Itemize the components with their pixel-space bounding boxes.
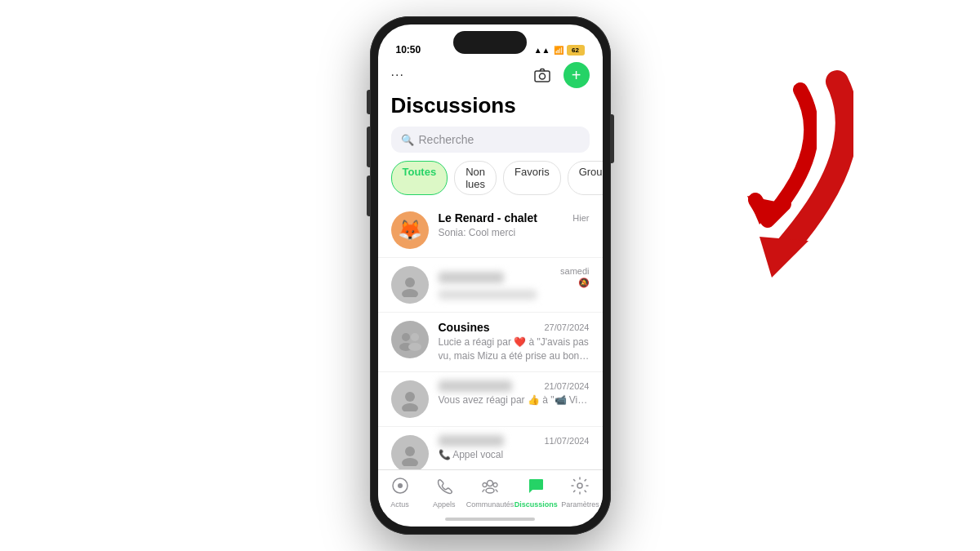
svg-marker-0	[747, 196, 780, 224]
camera-button[interactable]	[529, 62, 555, 88]
volume-up-button	[367, 127, 370, 167]
svg-point-11	[405, 447, 415, 456]
chat-preview: Sonia: Cool merci	[439, 226, 590, 240]
nav-item-parametres[interactable]: Paramètres	[558, 477, 602, 509]
mute-icon: 🔕	[578, 278, 590, 288]
chat-time: 27/07/2024	[544, 322, 589, 332]
chat-item[interactable]: 🦊 Le Renard - chalet Hier Sonia: Cool me…	[378, 203, 603, 258]
nav-item-actus[interactable]: Actus	[378, 477, 422, 509]
chat-name	[439, 435, 504, 447]
chat-header: 21/07/2024	[439, 380, 590, 392]
filter-tab-favoris[interactable]: Favoris	[503, 161, 561, 195]
chat-item[interactable]: Cousines 27/07/2024 Lucie a réagi par ❤️…	[378, 313, 603, 372]
chat-header: Le Renard - chalet Hier	[439, 211, 590, 224]
more-options-icon[interactable]: ···	[391, 68, 404, 82]
phone-screen: 10:50 ▲▲ 📶 62 ···	[378, 24, 603, 527]
filter-tab-toutes[interactable]: Toutes	[391, 161, 448, 195]
chat-content: 11/07/2024 📞 Appel vocal	[439, 435, 590, 462]
filter-tabs: Toutes Non lues Favoris Groupes	[378, 161, 603, 203]
plus-icon: +	[572, 66, 581, 85]
svg-point-10	[402, 403, 418, 411]
svg-point-15	[488, 481, 493, 487]
red-arrow	[674, 65, 853, 294]
parametres-icon	[571, 477, 589, 499]
appels-icon	[435, 477, 453, 499]
discussions-icon	[527, 477, 545, 499]
home-bar	[445, 518, 535, 521]
nav-label-actus: Actus	[390, 500, 409, 509]
svg-rect-1	[535, 71, 550, 82]
nav-label-appels: Appels	[433, 500, 456, 509]
battery-icon: 62	[567, 45, 585, 56]
status-time: 10:50	[396, 44, 421, 56]
top-bar-right-actions: +	[529, 62, 590, 88]
search-input[interactable]: Recherche	[419, 133, 474, 146]
chat-preview: Vous avez réagi par 👍 à "📹 Vidéo"	[439, 393, 590, 407]
chat-content: Cousines 27/07/2024 Lucie a réagi par ❤️…	[439, 321, 590, 363]
chat-time: Hier	[572, 213, 589, 223]
svg-point-8	[408, 343, 421, 351]
svg-marker-20	[760, 237, 808, 278]
svg-point-3	[405, 278, 415, 287]
nav-item-discussions[interactable]: Discussions	[514, 477, 558, 509]
top-action-bar: ··· +	[378, 60, 603, 93]
dynamic-island	[453, 31, 527, 54]
actus-icon	[391, 477, 409, 499]
chat-item[interactable]: samedi 🔕	[378, 258, 603, 313]
nav-item-communautes[interactable]: Communautés	[466, 477, 514, 509]
svg-point-7	[411, 333, 419, 341]
chat-time: 11/07/2024	[544, 436, 589, 446]
chat-header: 11/07/2024	[439, 435, 590, 447]
chat-preview: Lucie a réagi par ❤️ à "J'avais pas vu, …	[439, 335, 590, 363]
svg-point-2	[539, 73, 545, 79]
signal-icon: ▲▲	[534, 46, 550, 55]
svg-point-14	[398, 483, 403, 488]
mute-button	[367, 90, 370, 114]
scene: 10:50 ▲▲ 📶 62 ···	[0, 0, 980, 551]
svg-point-16	[483, 483, 487, 487]
chat-content: 21/07/2024 Vous avez réagi par 👍 à "📹 Vi…	[439, 380, 590, 407]
chat-time: 21/07/2024	[544, 381, 589, 391]
annotation-arrow	[653, 82, 817, 286]
svg-point-4	[402, 289, 418, 297]
bottom-nav: Actus Appels	[378, 469, 603, 512]
search-icon: 🔍	[401, 134, 414, 146]
chat-item[interactable]: 11/07/2024 📞 Appel vocal	[378, 427, 603, 469]
nav-label-parametres: Paramètres	[561, 500, 599, 509]
svg-point-18	[486, 488, 494, 493]
filter-tab-groupes[interactable]: Groupes	[568, 161, 603, 195]
chat-time-muted: samedi 🔕	[554, 266, 589, 288]
chat-content: samedi 🔕	[439, 266, 590, 300]
chat-time: samedi	[560, 266, 589, 276]
svg-point-17	[493, 483, 497, 487]
search-bar[interactable]: 🔍 Recherche	[391, 127, 590, 153]
nav-item-appels[interactable]: Appels	[422, 477, 466, 509]
chat-preview: 📞 Appel vocal	[439, 448, 590, 462]
chat-name	[439, 380, 512, 392]
chat-content: Le Renard - chalet Hier Sonia: Cool merc…	[439, 211, 590, 240]
chat-name: Le Renard - chalet	[439, 211, 537, 224]
svg-point-5	[402, 333, 410, 341]
phone-shell: 10:50 ▲▲ 📶 62 ···	[370, 16, 611, 535]
avatar	[391, 380, 429, 418]
chat-item[interactable]: 21/07/2024 Vous avez réagi par 👍 à "📹 Vi…	[378, 372, 603, 427]
avatar: 🦊	[391, 211, 429, 249]
chat-name: Cousines	[439, 321, 490, 334]
chat-name	[439, 272, 504, 283]
chat-preview	[439, 290, 537, 300]
nav-label-discussions: Discussions	[514, 500, 558, 509]
home-indicator	[378, 512, 603, 527]
chat-list: 🦊 Le Renard - chalet Hier Sonia: Cool me…	[378, 203, 603, 469]
status-icons: ▲▲ 📶 62	[534, 45, 585, 56]
new-chat-button[interactable]: +	[564, 62, 590, 88]
communautes-icon	[481, 477, 499, 499]
chat-header: Cousines 27/07/2024	[439, 321, 590, 334]
avatar	[391, 321, 429, 358]
avatar	[391, 435, 429, 469]
page-title: Discussions	[378, 93, 603, 127]
svg-point-12	[402, 458, 418, 466]
filter-tab-non-lues[interactable]: Non lues	[454, 161, 497, 195]
volume-down-button	[367, 176, 370, 216]
chat-header: samedi 🔕	[439, 266, 590, 288]
nav-label-communautes: Communautés	[466, 500, 514, 509]
